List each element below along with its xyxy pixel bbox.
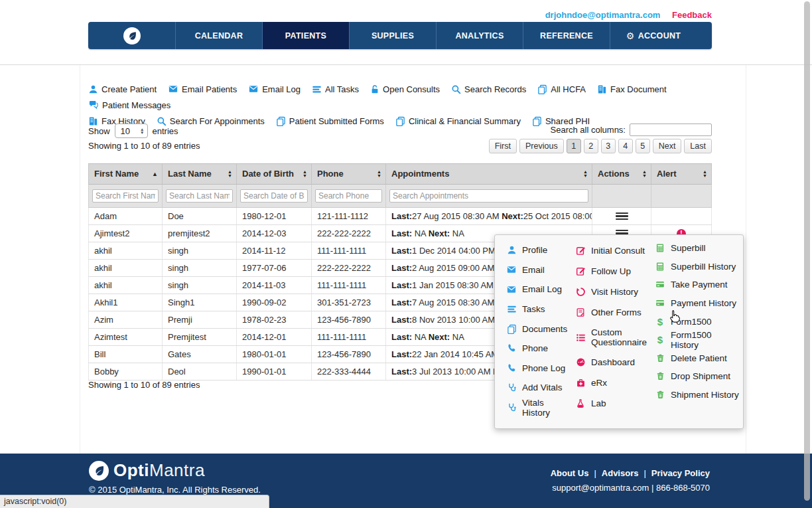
nav-logo[interactable] <box>88 22 175 49</box>
stethoscope-icon <box>506 402 517 412</box>
status-url: javascript:void(0) <box>4 497 66 506</box>
show-label: Show <box>88 126 110 136</box>
toolbar-link-all-hcfa[interactable]: All HCFA <box>537 82 586 96</box>
page-button-last[interactable]: Last <box>684 139 712 153</box>
menu-item-email-log[interactable]: Email Log <box>506 280 573 299</box>
menu-item-superbill[interactable]: Superbill <box>654 239 740 258</box>
menu-item-phone[interactable]: Phone <box>506 339 573 359</box>
page-button-first[interactable]: First <box>489 139 517 153</box>
envelope-icon <box>506 285 517 294</box>
menu-item-superbill-history[interactable]: Superbill History <box>654 258 740 276</box>
menu-item-follow-up[interactable]: Follow Up <box>575 261 653 282</box>
vertical-scrollbar[interactable] <box>804 1 810 501</box>
column-header-appointments[interactable]: Appointments▲▼ <box>386 164 592 184</box>
filter-input-search-first-name[interactable] <box>92 189 159 203</box>
menu-item-email[interactable]: Email <box>506 260 573 280</box>
footer-link-privacy-policy[interactable]: Privacy Policy <box>651 468 710 478</box>
tab-reference[interactable]: REFERENCE <box>523 22 610 49</box>
filter-cell <box>386 185 592 207</box>
tasks-icon <box>506 304 517 314</box>
menu-item-payment-history[interactable]: Payment History <box>654 294 740 313</box>
menu-item-label: Delete Patient <box>671 353 727 363</box>
toolbar-link-patient-messages[interactable]: Patient Messages <box>88 98 170 112</box>
menu-item-initial-consult[interactable]: Initial Consult <box>575 240 653 261</box>
column-header-phone[interactable]: Phone▲▼ <box>312 164 386 184</box>
menu-item-documents[interactable]: Documents <box>506 319 573 339</box>
menu-item-drop-shipment[interactable]: Drop Shipment <box>654 367 740 386</box>
page-button-previous[interactable]: Previous <box>519 139 564 153</box>
column-header-last-name[interactable]: Last Name▲▼ <box>163 164 237 184</box>
tab-analytics[interactable]: ANALYTICS <box>436 22 523 49</box>
toolbar-link-open-consults[interactable]: Open Consults <box>370 82 440 96</box>
page-button-3[interactable]: 3 <box>601 139 616 153</box>
cell-first-name: Bobby <box>88 363 163 380</box>
page-button-5[interactable]: 5 <box>636 139 650 153</box>
menu-item-dashboard[interactable]: Dashboard <box>575 352 653 373</box>
footer-link-advisors[interactable]: Advisors <box>602 468 639 478</box>
cell-date-of-birth: 1990-01-01 <box>237 363 312 380</box>
cell-phone: 111-111-1111 <box>312 277 386 294</box>
toolbar-link-email-log[interactable]: Email Log <box>248 82 301 96</box>
column-label: Actions <box>598 169 630 179</box>
page-button-4[interactable]: 4 <box>618 139 633 153</box>
search-all-input[interactable] <box>630 124 712 136</box>
tab-calendar[interactable]: CALENDAR <box>175 22 262 49</box>
menu-item-take-payment[interactable]: Take Payment <box>654 276 740 294</box>
column-label: Last Name <box>168 169 212 179</box>
menu-item-add-vitals[interactable]: Add Vitals <box>506 378 573 398</box>
page-size-select[interactable]: 10 ▲▼ <box>115 124 148 138</box>
user-email-link[interactable]: drjohndoe@optimantra.com <box>545 10 661 20</box>
menu-item-tasks[interactable]: Tasks <box>506 299 573 319</box>
menu-item-form1500[interactable]: $Form1500 <box>654 312 740 331</box>
menu-item-label: Visit History <box>591 287 638 297</box>
feedback-link[interactable]: Feedback <box>672 10 712 20</box>
menu-item-other-forms[interactable]: Other Forms <box>575 302 653 323</box>
optimantra-leaf-icon <box>89 461 109 481</box>
tab-label: ANALYTICS <box>455 31 504 41</box>
menu-item-profile[interactable]: Profile <box>506 240 573 260</box>
menu-item-vitals-history[interactable]: Vitals History <box>506 398 573 418</box>
menu-item-label: Add Vitals <box>522 382 563 392</box>
filter-input-search-last-name[interactable] <box>166 189 233 203</box>
filter-input-search-phone[interactable] <box>315 189 382 203</box>
cell-first-name: Adam <box>88 208 163 224</box>
page-size-value: 10 <box>121 126 130 136</box>
select-arrows-icon: ▲▼ <box>140 127 144 135</box>
toolbar-link-create-patient[interactable]: Create Patient <box>88 82 157 96</box>
toolbar-link-all-tasks[interactable]: All Tasks <box>312 82 359 96</box>
menu-item-shipment-history[interactable]: Shipment History <box>654 386 740 404</box>
menu-item-label: Custom Questionnaire <box>591 327 653 347</box>
toolbar-link-fax-document[interactable]: Fax Document <box>597 82 667 96</box>
column-header-actions[interactable]: Actions▲▼ <box>592 164 651 184</box>
column-header-alert[interactable]: Alert▲▼ <box>651 164 712 184</box>
page-button-next[interactable]: Next <box>653 139 682 153</box>
footer-link-about-us[interactable]: About Us <box>551 468 589 478</box>
support-email-link[interactable]: support@optimantra.com <box>552 483 649 493</box>
cell-first-name: Akhil1 <box>88 294 163 311</box>
row-actions-menu-icon[interactable] <box>616 211 628 221</box>
menu-item-custom-questionnaire[interactable]: Custom Questionnaire <box>575 323 653 352</box>
menu-item-lab[interactable]: Lab <box>575 393 653 414</box>
page-button-1[interactable]: 1 <box>567 139 581 153</box>
browser-status-bar: javascript:void(0) <box>0 495 269 508</box>
cell-first-name: akhil <box>88 277 163 294</box>
tab-label: ACCOUNT <box>638 31 681 41</box>
menu-item-delete-patient[interactable]: Delete Patient <box>654 349 740 368</box>
menu-item-visit-history[interactable]: Visit History <box>575 282 653 302</box>
tab-supplies[interactable]: SUPPLIES <box>349 22 436 49</box>
tab-account[interactable]: ⚙ACCOUNT <box>610 22 697 49</box>
menu-item-form1500-history[interactable]: $Form1500 History <box>654 331 740 349</box>
toolbar-link-search-records[interactable]: Search Records <box>451 82 526 96</box>
tab-patients[interactable]: PATIENTS <box>262 22 349 49</box>
column-header-date-of-birth[interactable]: Date of Birth▲▼ <box>237 164 312 184</box>
toolbar-link-label: All HCFA <box>551 84 586 94</box>
copy-icon <box>506 324 517 334</box>
menu-item-phone-log[interactable]: Phone Log <box>506 359 573 379</box>
page-button-2[interactable]: 2 <box>584 139 598 153</box>
filter-input-search-appointments[interactable] <box>389 189 588 203</box>
filter-input-search-date-of-birt[interactable] <box>240 189 308 203</box>
column-header-first-name[interactable]: First Name▲ <box>88 164 163 184</box>
dollar-icon: $ <box>654 335 666 345</box>
toolbar-link-email-patients[interactable]: Email Patients <box>168 82 237 96</box>
menu-item-erx[interactable]: eRx <box>575 373 653 393</box>
